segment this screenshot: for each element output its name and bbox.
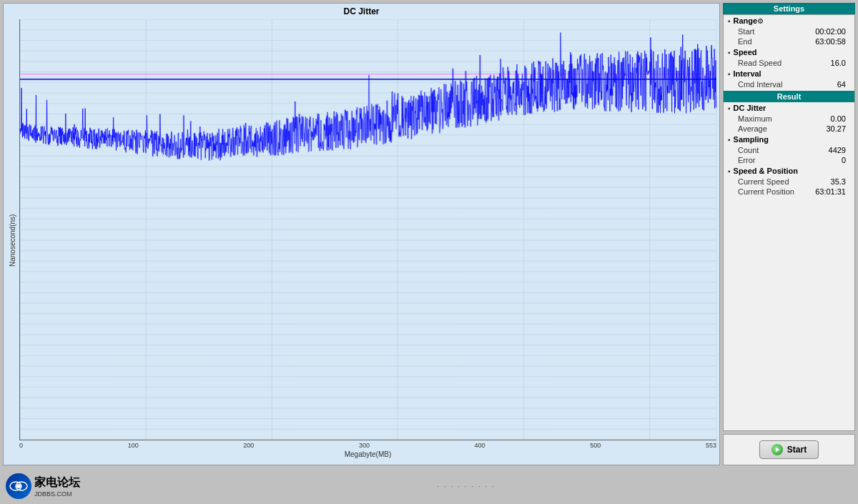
x-axis-label: Megabyte(MB) (345, 450, 392, 458)
current-position-row: Current Position 63:01:31 (724, 187, 854, 197)
range-start-value: 00:02:00 (815, 27, 846, 36)
chart-title: DC Jitter (6, 6, 716, 16)
logo-circle (6, 473, 31, 499)
interval-section: ▪ Interval (724, 68, 854, 79)
logo-chinese: 家电论坛 (34, 475, 80, 490)
read-speed-value: 16.0 (831, 59, 846, 67)
speed-position-toggle[interactable]: ▪ (728, 167, 731, 175)
chart-plot-area (19, 19, 716, 440)
svg-point-2 (16, 484, 21, 488)
read-speed-label: Read Speed (738, 59, 781, 67)
current-speed-label: Current Speed (738, 177, 789, 186)
speed-label: Speed (734, 48, 757, 56)
dc-jitter-section: ▪ DC Jitter (724, 102, 854, 114)
range-start-row: Start 00:02:00 (724, 26, 854, 36)
cmd-interval-value: 64 (837, 80, 846, 89)
watermark-logo: 家电论坛 JDBBS.COM (6, 473, 80, 499)
average-label: Average (738, 124, 767, 133)
start-button-label: Start (787, 445, 807, 455)
current-position-label: Current Position (738, 187, 794, 196)
sampling-label: Sampling (734, 135, 769, 144)
logo-text-block: 家电论坛 JDBBS.COM (34, 475, 80, 498)
x-ticks: 0100200300400500553 (19, 440, 716, 450)
error-value: 0 (842, 156, 846, 164)
speed-toggle[interactable]: ▪ (728, 49, 731, 56)
chart-canvas (20, 19, 716, 440)
x-tick: 553 (706, 442, 716, 449)
x-tick: 200 (243, 442, 254, 449)
sampling-section: ▪ Sampling (724, 134, 854, 145)
settings-gear-icon[interactable]: ⚙ (757, 17, 764, 25)
current-position-value: 63:01:31 (815, 187, 846, 196)
sampling-toggle[interactable]: ▪ (728, 136, 731, 144)
x-tick: 100 (128, 442, 139, 449)
range-start-label: Start (738, 27, 754, 36)
x-tick: 0 (19, 442, 23, 449)
maximum-value: 0.00 (831, 114, 846, 123)
interval-toggle[interactable]: ▪ (728, 70, 731, 78)
cmd-interval-row: Cmd Interval 64 (724, 79, 854, 89)
error-label: Error (738, 156, 755, 164)
logo-english: JDBBS.COM (34, 490, 80, 498)
dots-indicator: · · · · · · · · · (437, 483, 495, 490)
start-button-area: Start (723, 434, 855, 465)
x-axis: 0100200300400500553 Megabyte(MB) (19, 440, 716, 462)
watermark-bar: 家电论坛 JDBBS.COM · · · · · · · · · (0, 468, 858, 504)
chart-container: DC Jitter Nanosecond(ns) 010020030040050… (3, 3, 720, 465)
dc-average-row: Average 30.27 (724, 124, 854, 134)
maximum-label: Maximum (738, 114, 772, 123)
x-tick: 400 (475, 442, 485, 449)
current-speed-value: 35.3 (831, 177, 846, 186)
count-value: 4429 (829, 146, 846, 154)
dc-maximum-row: Maximum 0.00 (724, 114, 854, 124)
start-icon (771, 444, 783, 455)
cmd-interval-label: Cmd Interval (738, 80, 782, 89)
settings-header: Settings (723, 3, 855, 14)
count-row: Count 4429 (724, 145, 854, 155)
result-header: Result (724, 91, 854, 102)
logo-svg (9, 476, 29, 496)
range-end-value: 63:00:58 (815, 37, 846, 46)
range-end-row: End 63:00:58 (724, 36, 854, 46)
dc-jitter-toggle[interactable]: ▪ (728, 104, 731, 112)
settings-body: ▪ Range ⚙ Start 00:02:00 End 63:00:58 ▪ … (723, 14, 855, 431)
start-button[interactable]: Start (759, 440, 819, 459)
interval-label: Interval (734, 69, 761, 78)
range-section: ▪ Range ⚙ (724, 15, 854, 26)
average-value: 30.27 (826, 124, 846, 133)
dc-jitter-label: DC Jitter (734, 104, 766, 112)
current-speed-row: Current Speed 35.3 (724, 177, 854, 187)
count-label: Count (738, 146, 759, 154)
error-row: Error 0 (724, 155, 854, 165)
speed-read-row: Read Speed 16.0 (724, 58, 854, 68)
range-end-label: End (738, 37, 752, 46)
speed-position-label: Speed & Position (734, 167, 798, 175)
speed-position-section: ▪ Speed & Position (724, 165, 854, 177)
range-label: Range (734, 16, 758, 25)
speed-section: ▪ Speed (724, 46, 854, 58)
y-axis-label: Nanosecond(ns) (6, 19, 18, 462)
range-toggle[interactable]: ▪ (728, 17, 731, 25)
x-tick: 300 (359, 442, 370, 449)
settings-panel: Settings ▪ Range ⚙ Start 00:02:00 End 63… (723, 3, 855, 465)
x-tick: 500 (590, 442, 601, 449)
